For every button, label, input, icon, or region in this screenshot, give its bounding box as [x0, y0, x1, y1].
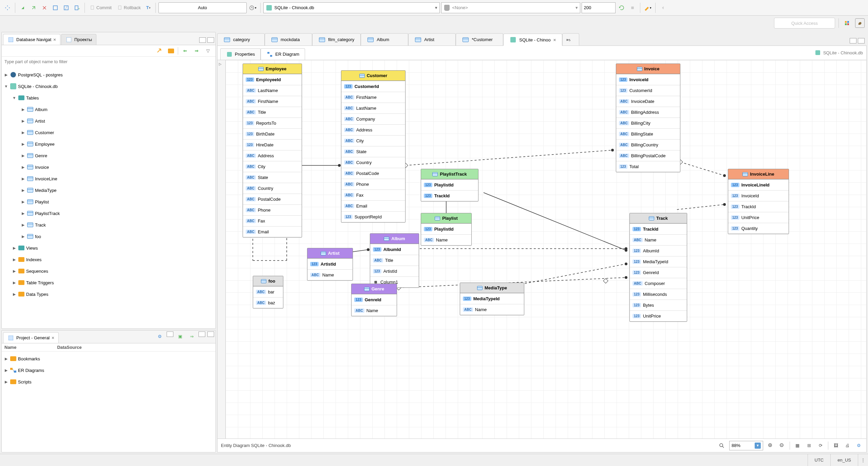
entity-header[interactable]: Album: [370, 234, 419, 244]
entity-column[interactable]: AlbumId: [630, 245, 687, 256]
entity-column[interactable]: Name: [307, 269, 353, 280]
entity-header[interactable]: Customer: [341, 71, 405, 81]
maximize-icon[interactable]: [207, 37, 214, 43]
er-canvas[interactable]: EmployeeEmployeeIdLastNameFirstNameTitle…: [226, 60, 866, 438]
entity-column[interactable]: Name: [352, 305, 397, 316]
entity-column[interactable]: HireDate: [243, 139, 302, 150]
tab-category[interactable]: category: [217, 33, 265, 46]
tree-node-table[interactable]: ▶Employee: [2, 138, 215, 150]
resize-grip-icon[interactable]: ⋮: [858, 454, 865, 466]
result-rows-input[interactable]: [582, 2, 616, 13]
entity-column-pk[interactable]: PlaylistId: [421, 179, 478, 190]
tab-film-category[interactable]: film_category: [312, 33, 361, 46]
collapse-icon[interactable]: ⇐: [180, 46, 190, 56]
layout-icon[interactable]: ▦: [793, 442, 801, 450]
entity-column[interactable]: Total: [616, 161, 680, 172]
ruler-toggle-icon[interactable]: ▷: [219, 62, 222, 66]
entity-column-pk[interactable]: ArtistId: [307, 258, 353, 269]
tree-node-table[interactable]: ▶MediaType: [2, 184, 215, 196]
entity-column[interactable]: CustomerId: [616, 85, 680, 96]
entity-column[interactable]: Phone: [341, 179, 405, 190]
tree-node-table[interactable]: ▶Invoice: [2, 161, 215, 173]
entity-column[interactable]: Milliseconds: [630, 289, 687, 300]
entity-column[interactable]: ArtistId: [370, 266, 419, 276]
entity-column[interactable]: Phone: [243, 204, 302, 215]
entity-header[interactable]: Invoice: [616, 64, 680, 74]
entity-column[interactable]: PostalCode: [243, 194, 302, 204]
entity-column[interactable]: Fax: [341, 190, 405, 200]
entity-column[interactable]: Name: [421, 234, 471, 245]
tree-node-sqlite[interactable]: ▼SQLite - Chinook.db: [2, 80, 215, 92]
zoom-in-icon[interactable]: [767, 442, 775, 450]
close-icon[interactable]: ×: [53, 37, 56, 42]
link-icon[interactable]: ⇒: [192, 46, 201, 56]
entity-column[interactable]: PostalCode: [341, 168, 405, 179]
connect-icon[interactable]: [18, 3, 27, 13]
tree-node-table[interactable]: ▶PlaylistTrack: [2, 208, 215, 219]
refresh-icon[interactable]: [617, 3, 626, 13]
entity-column[interactable]: Name: [630, 234, 687, 245]
subtab-properties[interactable]: Properties: [220, 48, 261, 60]
disconnect-all-icon[interactable]: [40, 3, 49, 13]
maximize-icon[interactable]: [858, 38, 865, 43]
datasource-combo[interactable]: SQLite - Chinook.db ▾: [263, 2, 440, 13]
grid-icon[interactable]: ⊞: [805, 442, 813, 450]
tree-node-datatypes[interactable]: ▶Data Types: [2, 288, 215, 300]
zoom-out-icon[interactable]: [778, 442, 786, 450]
entity-column[interactable]: LastName: [341, 103, 405, 113]
tab-database-navigator[interactable]: Database Navigat ×: [3, 34, 60, 45]
tab-projects[interactable]: Проекты: [61, 34, 96, 45]
tree-node-table[interactable]: ▶Artist: [2, 115, 215, 127]
minimize-icon[interactable]: [199, 331, 205, 337]
tree-node-table[interactable]: ▶Track: [2, 219, 215, 231]
tree-node-tables[interactable]: ▼Tables: [2, 92, 215, 104]
tree-node-table[interactable]: ▶Playlist: [2, 196, 215, 208]
tree-node-scripts[interactable]: ▶Scripts: [2, 376, 215, 388]
link-icon[interactable]: ⇒: [187, 331, 196, 341]
entity-column[interactable]: Title: [243, 107, 302, 118]
entity-column[interactable]: Composer: [630, 278, 687, 289]
tree-node-table[interactable]: ▶foo: [2, 231, 215, 242]
perspective-open-icon[interactable]: [842, 18, 852, 28]
tree-node-table[interactable]: ▶Genre: [2, 150, 215, 161]
close-icon[interactable]: ×: [52, 335, 54, 340]
entity-header[interactable]: Employee: [243, 64, 302, 74]
entity-header[interactable]: Artist: [307, 248, 353, 258]
tree-node-indexes[interactable]: ▶Indexes: [2, 254, 215, 265]
entity-column[interactable]: Country: [341, 157, 405, 168]
entity-column[interactable]: BillingCountry: [616, 139, 680, 150]
entity-column-pk[interactable]: TrackId: [630, 223, 687, 234]
entity-column[interactable]: Country: [243, 183, 302, 194]
history-icon[interactable]: ▾: [248, 3, 258, 13]
entity-column-pk[interactable]: AlbumId: [370, 244, 419, 255]
entity-column[interactable]: Company: [341, 113, 405, 124]
tab-sqlite-chinook[interactable]: SQLite - Chinoo×: [503, 34, 562, 46]
new-connection-icon[interactable]: [3, 3, 12, 13]
zoom-combo[interactable]: 88%▼: [729, 441, 763, 450]
entity-column-pk[interactable]: GenreId: [352, 294, 397, 305]
entity-column[interactable]: TrackId: [728, 201, 789, 212]
entity-column-pk[interactable]: CustomerId: [341, 81, 405, 92]
entity-column[interactable]: Address: [243, 150, 302, 161]
entity-column[interactable]: BillingState: [616, 128, 680, 139]
entity-header[interactable]: Track: [630, 213, 687, 223]
minimize-icon[interactable]: [199, 37, 206, 43]
entity-column[interactable]: Quantity: [728, 223, 789, 234]
stop-icon[interactable]: [628, 3, 637, 13]
tree-node-bookmarks[interactable]: ▶Bookmarks: [2, 353, 215, 364]
entity-header[interactable]: PlaylistTrack: [421, 169, 478, 179]
entity-column[interactable]: Email: [341, 200, 405, 211]
tree-node-sequences[interactable]: ▶Sequences: [2, 265, 215, 277]
transaction-mode-button[interactable]: T▾: [144, 3, 153, 13]
entity-column[interactable]: UnitPrice: [728, 212, 789, 223]
close-icon[interactable]: ×: [553, 37, 556, 42]
connect-icon[interactable]: [155, 46, 164, 56]
tree-node-er-diagrams[interactable]: ▶ER Diagrams: [2, 364, 215, 376]
entity-column[interactable]: ReportsTo: [243, 118, 302, 128]
maximize-icon[interactable]: [207, 331, 214, 337]
entity-header[interactable]: InvoiceLine: [728, 169, 789, 179]
tab-project-general[interactable]: Project - General ×: [3, 332, 59, 343]
entity-column-pk[interactable]: InvoiceId: [616, 74, 680, 85]
entity-column-pk[interactable]: TrackId: [421, 190, 478, 201]
new-sql-icon[interactable]: +: [72, 3, 82, 13]
